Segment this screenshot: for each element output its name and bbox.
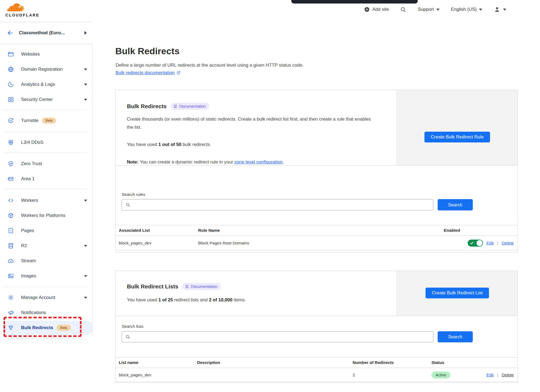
back-arrow-icon[interactable] <box>7 30 14 36</box>
megaphone-icon <box>8 309 14 316</box>
search-rules-label: Search rules <box>122 192 145 197</box>
database-icon <box>8 243 14 249</box>
sidebar-item-stream[interactable]: Stream <box>0 253 93 268</box>
header-search-button[interactable] <box>400 6 406 13</box>
cell-rule-name: Block Pages Root Domains <box>198 241 390 246</box>
support-menu[interactable]: Support <box>418 7 440 12</box>
sidebar-nav: Websites Domain Registration Analytics <box>0 44 93 339</box>
cloudflare-cloud-icon <box>5 3 26 12</box>
rules-card-title: Bulk Redirects <box>127 103 167 110</box>
sidebar-item-pages[interactable]: Pages <box>0 223 93 238</box>
sidebar-item-domain-registration[interactable]: Domain Registration <box>0 62 93 77</box>
toggle-knob <box>477 240 482 246</box>
email-icon <box>8 176 14 182</box>
cloudflare-wordmark: CLOUDFLARE <box>5 13 46 17</box>
account-switcher[interactable]: Classmethod (Euro... <box>0 22 93 44</box>
language-menu[interactable]: English (US) <box>451 7 482 12</box>
status-badge: Active <box>431 371 450 379</box>
account-name: Classmethod (Euro... <box>19 30 65 36</box>
sidebar-item-l34-ddos[interactable]: L3/4 DDoS <box>0 135 93 150</box>
shield-globe-icon <box>8 139 14 146</box>
rules-row-actions: Edit | Delete <box>390 240 514 247</box>
sidebar-item-workers[interactable]: Workers <box>0 193 93 208</box>
sidebar-item-area1[interactable]: Area 1 <box>0 171 93 186</box>
image-icon <box>8 273 14 279</box>
search-rules-input[interactable] <box>133 199 433 210</box>
chevron-down-icon <box>84 297 87 299</box>
account-user-menu[interactable] <box>494 6 506 13</box>
funnel-icon <box>8 325 14 331</box>
rules-table: Associated List Rule Name Enabled block_… <box>116 225 518 250</box>
sidebar-item-turnstile[interactable]: Turnstile Beta <box>0 113 93 128</box>
chevron-right-icon <box>85 31 87 35</box>
rules-card-summary: Bulk Redirects Documentation Create thou… <box>116 90 518 166</box>
documentation-badge[interactable]: Documentation <box>171 103 209 110</box>
sidebar-item-images[interactable]: Images <box>0 268 93 284</box>
documentation-badge[interactable]: Documentation <box>182 283 221 290</box>
cell-list-name: block_pages_dev <box>119 373 197 377</box>
col-number-of-redirects: Number of Redirects <box>353 360 431 365</box>
rules-usage-count: 1 out of 50 <box>158 142 181 147</box>
rules-card-body: Create thousands (or even millions) of s… <box>127 115 375 131</box>
edit-rule-link[interactable]: Edit <box>487 241 494 246</box>
search-icon <box>126 335 130 339</box>
rules-cta-panel: Create Bulk Redirect Rule <box>397 90 518 165</box>
search-rules-button[interactable]: Search <box>438 199 473 210</box>
sidebar-item-notifications[interactable]: Notifications <box>0 305 93 320</box>
code-brackets-icon <box>8 197 14 204</box>
book-icon <box>173 104 177 108</box>
sidebar-item-security-center[interactable]: Security Center <box>0 92 93 107</box>
add-site-label: Add site <box>372 7 389 12</box>
search-icon <box>126 202 130 207</box>
top-header: CLOUDFLARE Add site Support <box>0 0 540 22</box>
delete-rule-link[interactable]: Delete <box>502 241 514 246</box>
safe-icon <box>8 96 14 103</box>
zone-level-configuration-link[interactable]: zone level configuration <box>234 159 283 165</box>
create-bulk-redirect-list-button[interactable]: Create Bulk Redirect List <box>426 288 489 298</box>
sidebar-item-bulk-redirects[interactable]: Bulk Redirects Beta <box>0 320 93 335</box>
check-icon <box>470 242 474 245</box>
page-title: Bulk Redirects <box>115 46 180 56</box>
delete-list-link[interactable]: Delete <box>502 373 514 377</box>
col-description: Description <box>197 360 353 365</box>
rules-usage-line: You have used 1 out of 50 bulk redirects <box>127 142 210 147</box>
cloudflare-dashboard: CLOUDFLARE Add site Support <box>0 0 540 392</box>
edit-list-link[interactable]: Edit <box>487 373 494 377</box>
chevron-down-icon <box>503 9 506 11</box>
lists-cta-panel: Create Bulk Redirect List <box>397 271 518 316</box>
search-lists-button[interactable]: Search <box>438 331 473 342</box>
header-controls: Add site Support English (US) <box>364 6 506 13</box>
lists-table-header: List name Description Number of Redirect… <box>116 357 518 368</box>
search-lists-input[interactable] <box>133 332 433 342</box>
sidebar-item-workers-for-platforms[interactable]: Workers for Platforms <box>0 208 93 223</box>
chevron-down-icon <box>84 69 87 70</box>
sidebar-item-manage-account[interactable]: Manage Account <box>0 290 93 305</box>
lists-row-status-actions: Active Edit | Delete <box>431 371 514 379</box>
user-icon <box>494 6 501 13</box>
add-site-button[interactable]: Add site <box>364 6 389 12</box>
chevron-down-icon <box>84 245 87 247</box>
bulk-redirects-documentation-link[interactable]: Bulk redirects documentation <box>116 70 175 76</box>
sidebar-item-r2[interactable]: R2 <box>0 238 93 253</box>
lists-usage-line: You have used 1 of 25 redirect lists and… <box>127 297 246 303</box>
cell-redirect-count: 2 <box>353 373 431 377</box>
create-bulk-redirect-rule-button[interactable]: Create Bulk Redirect Rule <box>424 132 490 142</box>
rules-note-line: Note: You can create a dynamic redirect … <box>127 159 284 165</box>
enabled-toggle[interactable] <box>468 240 483 247</box>
support-label: Support <box>418 7 434 12</box>
cloudflare-logo[interactable]: CLOUDFLARE <box>5 3 46 17</box>
sidebar-section-divider <box>4 189 87 189</box>
sidebar-item-analytics-logs[interactable]: Analytics & Logs <box>0 77 93 92</box>
sidebar-item-zero-trust[interactable]: Zero Trust <box>0 156 93 171</box>
beta-badge: Beta <box>57 325 71 331</box>
sidebar-item-websites[interactable]: Websites <box>0 47 93 62</box>
sidebar-section-divider <box>4 153 87 153</box>
col-enabled: Enabled <box>390 228 514 233</box>
external-link-icon <box>176 71 181 75</box>
shield-arrow-icon <box>8 161 14 167</box>
col-list-name: List name <box>119 360 197 365</box>
sidebar-section-divider <box>4 132 87 132</box>
pie-chart-icon <box>8 81 14 88</box>
page-description: Define a large number of URL redirects a… <box>116 63 303 68</box>
rules-table-header: Associated List Rule Name Enabled <box>116 225 518 236</box>
